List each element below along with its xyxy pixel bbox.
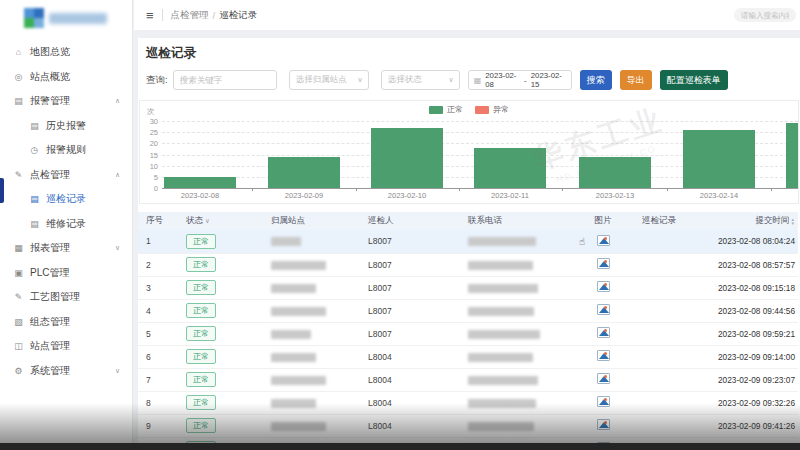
table-row[interactable]: 7 正常 L8004 2023-02-09 09:23:07: [138, 368, 798, 391]
col-header-submit-time[interactable]: 提交时间▴▾: [706, 212, 798, 230]
breadcrumb-item-parent[interactable]: 点检管理: [171, 9, 209, 22]
image-thumbnail-icon[interactable]: [597, 419, 610, 430]
table-row[interactable]: 8 正常 L8004 2023-02-09 09:32:26: [138, 391, 798, 414]
redacted-site: [271, 330, 311, 339]
table-row[interactable]: 3 正常 L8007 2023-02-08 09:15:18: [138, 276, 798, 299]
cell-record: [634, 345, 706, 368]
table-row[interactable]: 5 正常 L8007 2023-02-08 09:59:21: [138, 322, 798, 345]
bar-2023-02-10[interactable]: [371, 128, 443, 188]
date-range-picker[interactable]: ▦ 2023-02-08 - 2023-02-15: [468, 70, 572, 90]
site-select[interactable]: 选择归属站点 ∨: [289, 70, 369, 90]
app-window: ⌂地图总览◎站点概览▤报警管理∧▤历史报警◷报警规则✎点检管理∧▤巡检记录▤维修…: [0, 0, 800, 450]
configure-inspection-form-button[interactable]: 配置巡检表单: [660, 70, 728, 90]
cell-phone-redacted: [460, 299, 572, 322]
cell-site-redacted: [263, 414, 360, 437]
chevron-down-icon: ∨: [449, 76, 454, 84]
table-row[interactable]: 6 正常 L8004 2023-02-09 09:14:00: [138, 345, 798, 368]
cell-site-redacted: [263, 368, 360, 391]
cell-site-redacted: [263, 276, 360, 299]
cell-status: 正常: [178, 345, 263, 368]
image-thumbnail-icon[interactable]: [597, 396, 610, 407]
status-badge: 正常: [186, 257, 216, 272]
sidebar-item-site-manage[interactable]: ◫站点管理: [0, 334, 132, 359]
image-thumbnail-icon[interactable]: [597, 235, 610, 246]
image-thumbnail-icon[interactable]: [597, 373, 610, 384]
cell-inspector: L8004: [360, 391, 460, 414]
redacted-site: [271, 261, 326, 270]
sidebar-item-report[interactable]: ▦报表管理∨: [0, 236, 132, 261]
cell-no: 1: [138, 230, 178, 253]
image-thumbnail-icon[interactable]: [597, 258, 610, 269]
cell-submit-time: 2023-02-08 08:04:24: [706, 230, 798, 253]
keyword-input[interactable]: [173, 70, 277, 90]
bar-2023-02-14[interactable]: [683, 130, 755, 188]
sidebar-item-system[interactable]: ⚙系统管理∨: [0, 359, 132, 384]
sidebar-item-alarm[interactable]: ▤报警管理∧: [0, 89, 132, 114]
status-badge: 正常: [186, 280, 216, 295]
cell-submit-time: 2023-02-08 08:57:57: [706, 253, 798, 276]
cell-image: [572, 391, 634, 414]
sidebar-item-inspection-record[interactable]: ▤巡检记录: [0, 187, 132, 212]
legend-item-正常[interactable]: 正常: [429, 104, 463, 115]
cell-inspector: L8004: [360, 345, 460, 368]
sidebar-item-site-overview[interactable]: ◎站点概览: [0, 65, 132, 90]
sidebar-item-history-alarm[interactable]: ▤历史报警: [0, 114, 132, 139]
sidebar-item-repair-record[interactable]: ▤维修记录: [0, 212, 132, 237]
report-icon: ▦: [13, 243, 24, 253]
redacted-phone: [468, 330, 540, 339]
redacted-phone: [468, 261, 533, 270]
sidebar-menu: ⌂地图总览◎站点概览▤报警管理∧▤历史报警◷报警规则✎点检管理∧▤巡检记录▤维修…: [0, 40, 132, 383]
spot-check-icon: ✎: [13, 170, 24, 180]
sidebar: ⌂地图总览◎站点概览▤报警管理∧▤历史报警◷报警规则✎点检管理∧▤巡检记录▤维修…: [0, 0, 133, 450]
bar-2023-02-15[interactable]: [786, 123, 799, 188]
image-thumbnail-icon[interactable]: [597, 327, 610, 338]
table-row[interactable]: 4 正常 L8007 2023-02-08 09:44:56: [138, 299, 798, 322]
sidebar-item-process-diagram[interactable]: ✎工艺图管理: [0, 285, 132, 310]
redacted-phone: [468, 237, 536, 246]
table-row[interactable]: 2 正常 L8007 2023-02-08 08:57:57: [138, 253, 798, 276]
table-row[interactable]: 1 正常 L8007 ☝ 2023-02-08 08:04:24: [138, 230, 798, 253]
breadcrumb-separator: /: [213, 10, 216, 21]
x-axis-tick-label: 2023-02-09: [268, 191, 340, 200]
legend-label: 异常: [493, 104, 509, 115]
cell-phone-redacted: [460, 391, 572, 414]
sidebar-item-spot-check[interactable]: ✎点检管理∧: [0, 163, 132, 188]
status-badge: 正常: [186, 418, 216, 433]
sidebar-item-plc[interactable]: ▣PLC管理: [0, 261, 132, 286]
bar-2023-02-08[interactable]: [164, 177, 236, 188]
legend-item-异常[interactable]: 异常: [475, 104, 509, 115]
bar-2023-02-09[interactable]: [268, 157, 340, 188]
global-search-input[interactable]: [734, 8, 796, 22]
logo: [0, 0, 132, 34]
export-button[interactable]: 导出: [620, 70, 652, 90]
cell-record: [634, 276, 706, 299]
redacted-phone: [468, 376, 538, 385]
bar-2023-02-11[interactable]: [474, 148, 546, 188]
status-select-placeholder: 选择状态: [388, 74, 422, 86]
cell-status: 正常: [178, 414, 263, 437]
table-row[interactable]: 9 正常 L8004 2023-02-09 09:41:26: [138, 414, 798, 437]
sidebar-item-alarm-rule[interactable]: ◷报警规则: [0, 138, 132, 163]
hand-cursor-icon: ☝: [579, 236, 585, 247]
search-button[interactable]: 搜索: [580, 70, 612, 90]
cell-no: 3: [138, 276, 178, 299]
history-alarm-icon: ▤: [29, 121, 40, 131]
x-axis-tick: [252, 188, 253, 191]
query-label: 查询:: [146, 74, 168, 87]
status-select[interactable]: 选择状态 ∨: [381, 70, 460, 90]
image-thumbnail-icon[interactable]: [597, 304, 610, 315]
bar-2023-02-13[interactable]: [579, 157, 651, 188]
col-header-image: 图片: [572, 212, 634, 230]
sidebar-item-config[interactable]: ▧组态管理: [0, 310, 132, 335]
x-axis-tick: [771, 188, 772, 191]
col-header-no: 序号: [138, 212, 178, 230]
col-header-status[interactable]: 状态∨: [178, 212, 263, 230]
sidebar-item-map[interactable]: ⌂地图总览: [0, 40, 132, 65]
redacted-phone: [468, 284, 538, 293]
sidebar-item-label: PLC管理: [30, 266, 69, 280]
image-thumbnail-icon[interactable]: [597, 350, 610, 361]
collapse-sidebar-icon[interactable]: ≡: [146, 8, 154, 23]
status-badge: 正常: [186, 372, 216, 387]
image-thumbnail-icon[interactable]: [597, 281, 610, 292]
site-manage-icon: ◫: [13, 341, 24, 351]
